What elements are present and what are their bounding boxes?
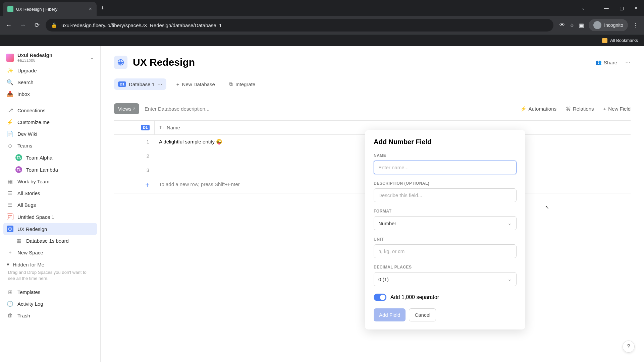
branch-icon: ⎇ (7, 107, 13, 114)
caret-down-icon: ▾ (7, 261, 9, 267)
list-icon: ☰ (7, 190, 13, 196)
dialog-title: Add Number Field (374, 138, 517, 146)
page-more-icon[interactable]: ⋯ (625, 59, 631, 66)
decimal-select[interactable]: 0 (1) ⌄ (374, 272, 517, 286)
forward-button[interactable]: → (17, 22, 28, 29)
integrate-button[interactable]: ⧉ Integrate (225, 78, 259, 90)
favicon (7, 6, 13, 12)
sidebar-activity-log[interactable]: 🕘 Activity Log (3, 298, 97, 310)
doc-icon: 📄 (7, 131, 13, 137)
tab-title: UX Redesign | Fibery (16, 7, 86, 12)
field-name-input[interactable] (374, 161, 517, 174)
cursor-icon: ↖ (545, 204, 549, 210)
browser-titlebar: UX Redesign | Fibery × + ⌄ — ▢ × (0, 0, 644, 16)
new-database-button[interactable]: + New Database (172, 79, 219, 90)
add-field-dialog: Add Number Field NAME DESCRIPTION (OPTIO… (365, 130, 525, 329)
sidebar-search[interactable]: 🔍 Search (3, 76, 97, 88)
bookmarks-bar: All Bookmarks (0, 34, 644, 46)
format-label: FORMAT (374, 209, 517, 214)
sidebar-new-space[interactable]: + New Space (3, 247, 97, 258)
extensions-icon[interactable]: ▣ (579, 22, 584, 28)
browser-tab[interactable]: UX Redesign | Fibery × (3, 2, 97, 16)
plus-icon: + (603, 106, 606, 112)
url-field[interactable]: 🔒 uxui-redesign.fibery.io/fibery/space/U… (46, 19, 553, 32)
search-icon: 🔍 (7, 79, 13, 85)
chevron-down-icon: ⌄ (507, 276, 512, 282)
database-tab[interactable]: D1 Database 1 ⋯ (114, 78, 166, 90)
sidebar-connections[interactable]: ⎇ Connections (3, 105, 97, 116)
team-dot-icon: TA (15, 154, 22, 161)
hidden-caption: Drag and Drop Spaces you don't want to s… (7, 269, 94, 282)
sidebar-teams[interactable]: ◇ Teams (3, 140, 97, 152)
name-label: NAME (374, 153, 517, 158)
sidebar-work-by-team[interactable]: ▦ Work by Team (3, 176, 97, 187)
relations-button[interactable]: ⌘ Relations (566, 106, 594, 112)
space-icon: ◰ (7, 214, 13, 220)
cancel-button[interactable]: Cancel (409, 308, 436, 321)
back-button[interactable]: ← (3, 22, 14, 29)
folder-icon (602, 38, 607, 43)
share-button[interactable]: 👥 Share (595, 59, 617, 65)
sparkle-icon: ⚡ (7, 119, 13, 125)
hidden-for-me-toggle[interactable]: ▾ Hidden for Me (7, 261, 94, 267)
incognito-badge[interactable]: Incognito (589, 19, 628, 31)
list-icon: ☰ (7, 202, 13, 208)
sidebar-upgrade[interactable]: ✨ Upgrade (3, 65, 97, 76)
header-badge: D1 (141, 125, 150, 130)
sidebar-team-alpha[interactable]: TA Team Alpha (3, 152, 97, 164)
page-icon[interactable] (114, 56, 127, 69)
sidebar-customize[interactable]: ⚡ Customize.me (3, 116, 97, 128)
tab-more-icon[interactable]: ⋯ (157, 81, 162, 87)
sidebar-dev-wiki[interactable]: 📄 Dev Wiki (3, 128, 97, 140)
inbox-icon: 📥 (7, 91, 13, 97)
unit-input[interactable] (374, 244, 517, 258)
eye-off-icon[interactable]: 👁 (559, 22, 565, 28)
field-desc-input[interactable] (374, 188, 517, 202)
team-dot-icon: TL (15, 166, 22, 173)
reload-button[interactable]: ⟳ (32, 21, 42, 29)
db-badge: D1 (118, 81, 126, 87)
format-select[interactable]: Number ⌄ (374, 216, 517, 230)
sidebar-inbox[interactable]: 📥 Inbox (3, 88, 97, 100)
sidebar-trash[interactable]: 🗑 Trash (3, 310, 97, 321)
plus-icon: + (7, 249, 13, 255)
sidebar-board[interactable]: ▦ Database 1s board (3, 235, 97, 247)
bookmark-star-icon[interactable]: ☆ (570, 22, 574, 28)
workspace-id: ea131bb8 (17, 58, 87, 63)
separator-label: Add 1,000 separator (390, 294, 439, 300)
minimize-icon[interactable]: — (604, 5, 609, 11)
desc-label: DESCRIPTION (OPTIONAL) (374, 181, 517, 186)
separator-toggle[interactable] (374, 294, 386, 301)
add-field-button[interactable]: Add Field (374, 308, 406, 321)
browser-menu-icon[interactable]: ⋮ (633, 22, 638, 28)
sidebar-all-stories[interactable]: ☰ All Stories (3, 187, 97, 199)
close-tab-icon[interactable]: × (89, 6, 92, 12)
all-bookmarks-link[interactable]: All Bookmarks (610, 38, 638, 43)
url-text: uxui-redesign.fibery.io/fibery/space/UX_… (61, 22, 222, 28)
chevron-down-icon: ⌄ (507, 220, 512, 226)
sidebar-templates[interactable]: ⊞ Templates (3, 286, 97, 298)
automations-button[interactable]: ⚡ Automations (520, 106, 556, 112)
close-window-icon[interactable]: × (635, 5, 637, 11)
help-button[interactable]: ? (623, 341, 635, 353)
bolt-icon: ⚡ (520, 106, 527, 112)
sidebar-all-bugs[interactable]: ☰ All Bugs (3, 199, 97, 211)
views-button[interactable]: Views 2 (114, 103, 139, 114)
new-tab-button[interactable]: + (101, 5, 104, 12)
unit-label: UNIT (374, 237, 517, 242)
workspace-switcher[interactable]: Uxui Redesign ea131bb8 ⌄ (3, 50, 97, 65)
sidebar-team-lambda[interactable]: TL Team Lambda (3, 164, 97, 176)
database-description-input[interactable] (145, 106, 245, 112)
tabs-chevron-icon[interactable]: ⌄ (581, 5, 585, 11)
integrate-icon: ⧉ (229, 81, 233, 87)
sidebar-untitled-space[interactable]: ◰ Untitled Space 1 (3, 211, 97, 223)
trash-icon: 🗑 (7, 312, 13, 318)
chevron-down-icon: ⌄ (90, 55, 94, 61)
template-icon: ⊞ (7, 289, 13, 295)
sidebar-ux-redesign[interactable]: UX Redesign (3, 223, 97, 235)
new-field-button[interactable]: + New Field (603, 106, 631, 112)
sidebar: Uxui Redesign ea131bb8 ⌄ ✨ Upgrade 🔍 Sea… (0, 46, 101, 362)
avatar (6, 54, 14, 62)
maximize-icon[interactable]: ▢ (620, 5, 624, 11)
rocket-icon: ✨ (7, 67, 13, 74)
